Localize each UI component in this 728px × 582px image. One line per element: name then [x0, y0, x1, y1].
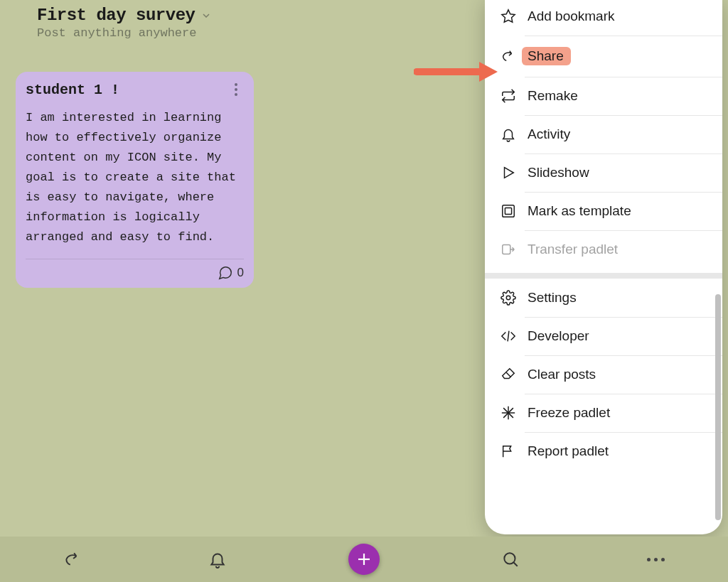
menu-slideshow[interactable]: Slideshow: [485, 153, 722, 192]
menu-add-bookmark[interactable]: Add bookmark: [485, 0, 722, 36]
svg-line-6: [508, 331, 509, 342]
play-icon: [500, 165, 516, 180]
svg-line-17: [514, 563, 518, 566]
menu-label: Slideshow: [528, 165, 589, 180]
svg-point-5: [506, 296, 510, 300]
board-title: First day survey: [37, 6, 195, 25]
menu-label: Mark as template: [528, 203, 631, 219]
post-title: student 1 !: [26, 82, 119, 98]
post-more-button[interactable]: [230, 82, 244, 96]
menu-transfer: Transfer padlet: [485, 230, 722, 269]
bell-icon: [500, 126, 516, 142]
remake-icon: [500, 88, 516, 104]
menu-label: Transfer padlet: [528, 242, 618, 257]
more-icon: [647, 558, 665, 561]
menu-mark-template[interactable]: Mark as template: [485, 192, 722, 230]
menu-label: Remake: [528, 88, 578, 104]
menu-label: Share: [522, 47, 571, 65]
menu-label: Freeze padlet: [528, 405, 610, 421]
chevron-down-icon: [200, 10, 212, 21]
toolbar-more-button[interactable]: [641, 545, 670, 573]
flag-icon: [500, 443, 516, 459]
panel-scrollbar[interactable]: [715, 294, 721, 520]
post-body: I am interested in learning how to effec…: [26, 108, 244, 247]
menu-clear-posts[interactable]: Clear posts: [485, 355, 722, 394]
star-icon: [500, 9, 516, 24]
toolbar-search-button[interactable]: [496, 545, 525, 573]
comment-icon: [218, 265, 233, 281]
plus-icon: [355, 551, 373, 568]
post-card[interactable]: student 1 ! I am interested in learning …: [16, 72, 254, 288]
search-icon: [501, 550, 520, 568]
panel-section-2: Settings Developer Clear posts Freeze pa…: [485, 279, 722, 475]
svg-rect-3: [505, 208, 511, 214]
menu-developer[interactable]: Developer: [485, 317, 722, 355]
menu-share[interactable]: Share: [485, 36, 722, 77]
actions-panel: Add bookmark Share Remake Activity Slide…: [485, 0, 722, 534]
svg-marker-1: [505, 168, 514, 178]
menu-remake[interactable]: Remake: [485, 77, 722, 115]
toolbar-share-button[interactable]: [58, 545, 87, 573]
svg-line-7: [506, 372, 510, 377]
share-icon: [500, 48, 516, 64]
transfer-icon: [500, 242, 516, 257]
bottom-toolbar: [0, 537, 728, 582]
bell-icon: [208, 550, 227, 568]
menu-freeze[interactable]: Freeze padlet: [485, 394, 722, 432]
panel-divider: [485, 273, 722, 279]
erase-icon: [500, 367, 516, 382]
template-icon: [500, 203, 516, 219]
svg-rect-2: [503, 205, 515, 217]
svg-rect-4: [503, 245, 510, 254]
svg-point-16: [504, 553, 515, 564]
code-icon: [500, 328, 516, 344]
toolbar-add-button[interactable]: [348, 544, 380, 575]
panel-section-1: Add bookmark Share Remake Activity Slide…: [485, 0, 722, 273]
menu-label: Add bookmark: [528, 9, 615, 24]
menu-activity[interactable]: Activity: [485, 115, 722, 153]
menu-label: Clear posts: [528, 367, 596, 382]
menu-report[interactable]: Report padlet: [485, 432, 722, 470]
svg-marker-0: [502, 10, 515, 22]
menu-label: Report padlet: [528, 443, 609, 459]
gear-icon: [500, 290, 516, 306]
menu-label: Settings: [528, 290, 577, 306]
menu-label: Activity: [528, 126, 570, 142]
menu-settings[interactable]: Settings: [485, 279, 722, 317]
freeze-icon: [500, 405, 516, 421]
comment-count: 0: [237, 266, 244, 280]
comment-button[interactable]: 0: [218, 265, 244, 281]
toolbar-notifications-button[interactable]: [203, 545, 232, 573]
share-icon: [63, 550, 82, 568]
menu-label: Developer: [528, 328, 589, 344]
